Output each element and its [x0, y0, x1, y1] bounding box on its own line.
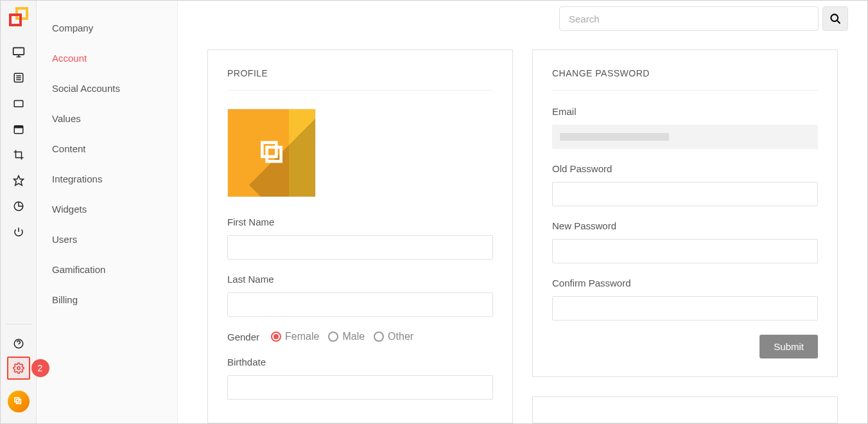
profile-image-icon — [257, 138, 286, 168]
sidebar-item-content[interactable]: Content — [37, 137, 177, 161]
search-button[interactable] — [822, 6, 848, 31]
topbar — [178, 1, 867, 37]
gender-option-female[interactable]: Female — [271, 331, 319, 342]
new-password-input[interactable] — [552, 239, 818, 263]
icon-rail: 2 — [1, 1, 37, 423]
settings-nav[interactable]: 2 — [7, 357, 30, 380]
calendar-icon[interactable] — [6, 116, 31, 142]
monitor-icon[interactable] — [6, 39, 31, 65]
confirm-password-input[interactable] — [552, 296, 818, 321]
search-input[interactable] — [559, 6, 819, 31]
sidebar-item-social-accounts[interactable]: Social Accounts — [37, 76, 177, 100]
birthdate-input[interactable] — [227, 375, 493, 400]
gender-option-other[interactable]: Other — [374, 331, 413, 342]
last-name-field: Last Name — [227, 274, 493, 317]
list-icon[interactable] — [6, 65, 31, 91]
right-column: CHANGE PASSWORD Email Old Password New P… — [532, 49, 838, 423]
new-password-field-wrap: New Password — [552, 220, 818, 263]
submit-row: Submit — [552, 335, 818, 358]
profile-image[interactable] — [227, 109, 316, 197]
sidebar-item-integrations[interactable]: Integrations — [37, 167, 177, 191]
svg-point-8 — [17, 367, 20, 370]
power-icon[interactable] — [6, 219, 31, 245]
birthdate-field: Birthdate — [227, 357, 493, 400]
svg-point-11 — [831, 14, 838, 21]
search — [559, 6, 848, 31]
gender-option-male[interactable]: Male — [328, 331, 365, 342]
email-redacted-bar — [560, 133, 669, 141]
svg-rect-12 — [267, 147, 281, 161]
sidebar-item-users[interactable]: Users — [37, 227, 177, 251]
old-password-field-wrap: Old Password — [552, 163, 818, 206]
svg-rect-0 — [13, 48, 24, 55]
gender-other-label: Other — [388, 331, 413, 342]
email-field — [552, 125, 818, 149]
step-badge: 2 — [31, 359, 49, 377]
old-password-label: Old Password — [552, 163, 818, 174]
svg-rect-2 — [14, 101, 23, 107]
app-root: 2 Company Account Social Accounts Values… — [1, 1, 867, 423]
svg-rect-4 — [14, 126, 23, 128]
sidebar-item-widgets[interactable]: Widgets — [37, 197, 177, 221]
star-icon[interactable] — [6, 168, 31, 193]
last-name-label: Last Name — [227, 274, 493, 285]
svg-marker-5 — [13, 176, 23, 186]
old-password-input[interactable] — [552, 182, 818, 206]
last-name-input[interactable] — [227, 292, 493, 317]
chart-icon[interactable] — [6, 193, 31, 219]
crop-icon[interactable] — [6, 142, 31, 168]
gear-icon — [7, 357, 30, 380]
sidebar-item-account[interactable]: Account — [37, 46, 177, 70]
gender-label: Gender — [227, 331, 259, 342]
gender-male-label: Male — [342, 331, 365, 342]
first-name-field: First Name — [227, 216, 493, 260]
svg-rect-13 — [262, 143, 276, 157]
main: PROFILE First Name Last Name — [178, 1, 867, 423]
gender-female-label: Female — [285, 331, 319, 342]
sidebar-item-company[interactable]: Company — [37, 16, 177, 40]
email-label: Email — [552, 106, 818, 117]
new-password-label: New Password — [552, 220, 818, 231]
first-name-input[interactable] — [227, 235, 493, 260]
gender-field: Gender Female Male Other — [227, 331, 493, 342]
sidebar: Company Account Social Accounts Values C… — [37, 1, 178, 423]
sidebar-item-gamification[interactable]: Gamification — [37, 258, 177, 281]
rail-divider — [6, 324, 31, 324]
first-name-label: First Name — [227, 216, 493, 227]
folder-icon[interactable] — [6, 91, 31, 116]
next-card-stub — [532, 396, 838, 423]
sidebar-item-values[interactable]: Values — [37, 107, 177, 130]
email-field-wrap: Email — [552, 106, 818, 149]
profile-card: PROFILE First Name Last Name — [207, 49, 513, 423]
confirm-password-label: Confirm Password — [552, 278, 818, 288]
password-card: CHANGE PASSWORD Email Old Password New P… — [532, 49, 838, 377]
profile-title: PROFILE — [227, 68, 493, 91]
logo-icon[interactable] — [9, 7, 28, 26]
help-icon[interactable] — [6, 331, 31, 357]
submit-button[interactable]: Submit — [759, 335, 818, 358]
avatar[interactable] — [6, 389, 31, 414]
birthdate-label: Birthdate — [227, 357, 493, 367]
content: PROFILE First Name Last Name — [178, 37, 867, 423]
confirm-password-field-wrap: Confirm Password — [552, 278, 818, 321]
sidebar-item-billing[interactable]: Billing — [37, 288, 177, 312]
password-title: CHANGE PASSWORD — [552, 68, 818, 91]
search-icon — [829, 12, 842, 25]
